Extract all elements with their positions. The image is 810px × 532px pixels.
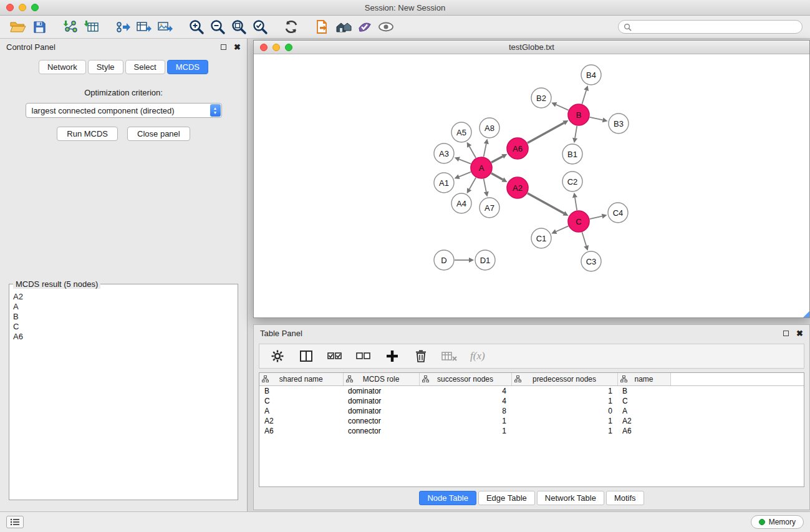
- zoom-in-icon[interactable]: [186, 17, 207, 36]
- network-edge-B-B2[interactable]: [556, 105, 569, 110]
- export-network-icon[interactable]: [112, 17, 133, 36]
- search-input[interactable]: [635, 22, 797, 31]
- network-node-D[interactable]: D: [434, 250, 454, 270]
- zoom-selected-icon[interactable]: [249, 17, 271, 36]
- table-cell[interactable]: connector: [343, 416, 419, 426]
- delete-table-icon[interactable]: [441, 348, 458, 364]
- network-node-B[interactable]: B: [568, 104, 589, 125]
- network-edge-A-A6[interactable]: [491, 157, 503, 163]
- table-cell[interactable]: 1: [511, 416, 617, 426]
- table-cell[interactable]: dominator: [343, 406, 419, 416]
- mcds-result-item[interactable]: B: [13, 312, 234, 322]
- network-edge-A-A5[interactable]: [470, 147, 476, 158]
- table-cell[interactable]: 1: [419, 426, 511, 436]
- import-network-icon[interactable]: [60, 17, 81, 36]
- table-cell[interactable]: 1: [511, 385, 617, 396]
- network-node-B4[interactable]: B4: [581, 65, 601, 85]
- network-close-button[interactable]: [260, 44, 268, 51]
- table-row[interactable]: Cdominator41C: [259, 396, 804, 406]
- add-column-icon[interactable]: [384, 348, 400, 364]
- column-header-MCDS-role[interactable]: MCDS role: [343, 373, 419, 385]
- panel-list-icon[interactable]: [6, 516, 24, 528]
- zoom-out-icon[interactable]: [207, 17, 228, 36]
- open-recent-icon[interactable]: [312, 17, 333, 36]
- table-cell[interactable]: 4: [419, 396, 511, 406]
- network-node-D1[interactable]: D1: [475, 250, 495, 270]
- close-panel-button[interactable]: Close panel: [127, 127, 190, 141]
- network-node-A6[interactable]: A6: [507, 138, 528, 159]
- network-node-A4[interactable]: A4: [451, 193, 471, 213]
- network-edge-A-A4[interactable]: [470, 178, 476, 190]
- network-node-A2[interactable]: A2: [507, 177, 528, 198]
- table-cell[interactable]: B: [617, 385, 670, 396]
- network-node-A[interactable]: A: [471, 157, 492, 178]
- column-header-predecessor-nodes[interactable]: predecessor nodes: [511, 373, 617, 385]
- select-all-icon[interactable]: [327, 348, 343, 364]
- open-folder-icon[interactable]: [7, 17, 29, 36]
- export-table-icon[interactable]: [133, 17, 155, 36]
- mcds-result-item[interactable]: C: [13, 322, 234, 332]
- table-tab-motifs[interactable]: Motifs: [606, 491, 644, 505]
- network-edge-A-A7[interactable]: [484, 179, 486, 192]
- window-resize-handle[interactable]: [803, 311, 809, 317]
- control-tab-style[interactable]: Style: [88, 60, 123, 74]
- table-cell[interactable]: dominator: [343, 396, 419, 406]
- table-tab-node-table[interactable]: Node Table: [419, 491, 476, 505]
- table-tab-network-table[interactable]: Network Table: [537, 491, 604, 505]
- network-node-A3[interactable]: A3: [434, 143, 454, 163]
- table-cell[interactable]: A6: [259, 426, 343, 436]
- network-node-B1[interactable]: B1: [562, 144, 582, 164]
- network-edge-C-C3[interactable]: [582, 232, 586, 246]
- table-cell[interactable]: C: [259, 396, 343, 406]
- table-cell[interactable]: 4: [419, 385, 511, 396]
- control-tab-select[interactable]: Select: [125, 60, 165, 74]
- table-row[interactable]: Bdominator41B: [259, 385, 804, 396]
- optimization-criterion-dropdown[interactable]: largest connected component (directed) ▲…: [26, 103, 222, 118]
- network-node-A7[interactable]: A7: [480, 198, 499, 218]
- close-panel-icon[interactable]: ✖: [234, 43, 241, 51]
- network-edge-A-A3[interactable]: [459, 159, 471, 163]
- split-column-icon[interactable]: [298, 348, 314, 364]
- export-image-icon[interactable]: [155, 17, 176, 36]
- network-edge-C-C4[interactable]: [590, 216, 602, 220]
- network-edge-B-B1[interactable]: [575, 126, 577, 138]
- column-header-successor-nodes[interactable]: successor nodes: [419, 373, 511, 385]
- table-cell[interactable]: dominator: [343, 385, 419, 396]
- memory-button[interactable]: Memory: [751, 515, 804, 529]
- network-edge-A-A1[interactable]: [459, 172, 471, 177]
- network-edge-A6-B[interactable]: [528, 123, 564, 143]
- table-settings-icon[interactable]: [269, 348, 286, 364]
- network-minimize-button[interactable]: [272, 44, 280, 51]
- mcds-result-item[interactable]: A: [13, 302, 234, 312]
- network-node-A5[interactable]: A5: [451, 122, 471, 142]
- table-cell[interactable]: 8: [419, 406, 511, 416]
- float-table-panel-icon[interactable]: [783, 331, 789, 336]
- table-cell[interactable]: B: [259, 385, 343, 396]
- maximize-window-button[interactable]: [31, 4, 39, 11]
- table-row[interactable]: A6connector11A6: [259, 426, 804, 436]
- network-node-B2[interactable]: B2: [531, 88, 551, 108]
- float-panel-icon[interactable]: [221, 44, 226, 50]
- close-table-panel-icon[interactable]: ✖: [796, 329, 803, 337]
- home-icon[interactable]: [333, 17, 354, 36]
- table-cell[interactable]: 1: [419, 416, 511, 426]
- column-header-name[interactable]: name: [617, 373, 670, 385]
- control-tab-mcds[interactable]: MCDS: [167, 60, 208, 74]
- network-edge-A-A2[interactable]: [491, 173, 503, 180]
- hide-unhide-icon[interactable]: [375, 17, 397, 36]
- network-edge-C-C2[interactable]: [575, 198, 577, 211]
- column-header-shared-name[interactable]: shared name: [259, 373, 343, 385]
- import-table-icon[interactable]: [81, 17, 102, 36]
- network-node-A8[interactable]: A8: [480, 118, 499, 138]
- table-cell[interactable]: connector: [343, 426, 419, 436]
- table-cell[interactable]: A: [259, 406, 343, 416]
- network-node-C[interactable]: C: [568, 211, 589, 232]
- network-maximize-button[interactable]: [285, 44, 292, 51]
- deselect-all-icon[interactable]: [355, 348, 372, 364]
- visual-style-icon[interactable]: [354, 17, 375, 36]
- network-edge-C-C1[interactable]: [556, 226, 569, 231]
- table-cell[interactable]: 1: [511, 426, 617, 436]
- refresh-icon[interactable]: [281, 17, 302, 36]
- network-node-B3[interactable]: B3: [609, 114, 629, 133]
- table-cell[interactable]: 1: [511, 396, 617, 406]
